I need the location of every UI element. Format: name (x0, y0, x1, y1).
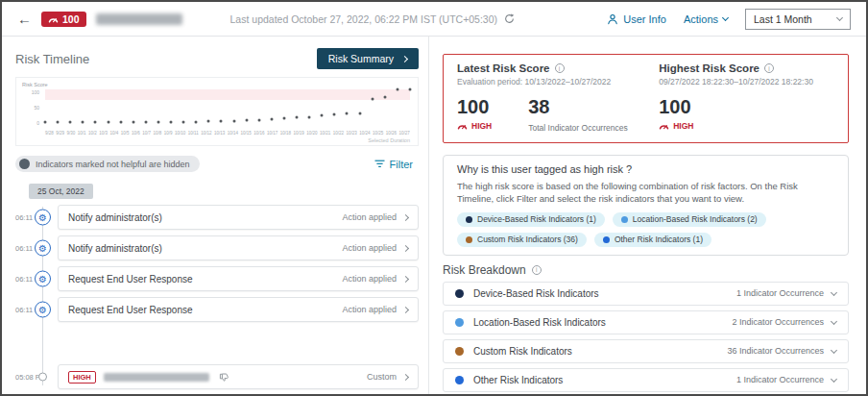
hidden-indicators-notice: Indicators marked not helpful are hidden (15, 156, 200, 172)
risk-factor-legend: Device-Based Risk Indicators (1) Locatio… (457, 212, 834, 247)
info-icon[interactable] (555, 63, 565, 73)
timeline-header: Risk Timeline Risk Summary (15, 48, 419, 69)
risk-score-point (44, 121, 47, 124)
chevron-right-icon (402, 213, 409, 220)
filter-label: Filter (390, 159, 413, 170)
why-body: The high risk score is based on the foll… (457, 180, 834, 206)
total-occurrences-label: Total Indicator Occurrences (528, 123, 627, 133)
legend-pill: Custom Risk Indicators (36) (457, 233, 587, 247)
back-arrow-icon[interactable]: ← (17, 12, 32, 26)
user-info-label: User Info (623, 13, 666, 25)
breakdown-count: 2 Indicator Occurrences (732, 317, 824, 327)
risk-score-point (157, 121, 159, 124)
risk-score-point (119, 121, 122, 124)
risk-score-point (144, 121, 147, 124)
total-occurrences-stat: 38 Total Indicator Occurrences (528, 97, 627, 133)
category-dot (455, 347, 464, 356)
risk-score-point (207, 120, 210, 123)
notice-text: Indicators marked not helpful are hidden (36, 160, 190, 169)
breakdown-row-location[interactable]: Location-Based Risk Indicators 2 Indicat… (443, 310, 849, 334)
action-gear-icon: ⚙ (35, 271, 51, 287)
risk-score-point (321, 113, 324, 116)
event-title: Notify administrator(s) (68, 243, 162, 254)
latest-risk-score-block: Latest Risk Score Evaluation period: 10/… (457, 62, 659, 133)
breakdown-value: 36 Indicator Occurrences (727, 346, 836, 356)
risk-score-summary: Latest Risk Score Evaluation period: 10/… (443, 54, 849, 143)
action-gear-icon: ⚙ (35, 210, 51, 226)
why-title: Why is this user tagged as high risk ? (457, 163, 834, 175)
highest-risk-score-block: Highest Risk Score 09/27/2022 18:22:30–1… (659, 62, 834, 133)
notice-row: Indicators marked not helpful are hidden… (15, 156, 419, 172)
info-icon[interactable] (532, 265, 542, 275)
breakdown-label: Device-Based Risk Indicators (473, 288, 599, 299)
timeline-event: 06:11 PM ⚙ Request End User Response Act… (15, 297, 419, 322)
legend-pill: Device-Based Risk Indicators (1) (457, 212, 605, 227)
feedback-thumb-icon[interactable] (219, 372, 229, 383)
risk-score-point (282, 116, 285, 119)
event-meta-label: Action applied (342, 212, 397, 222)
chart-x-axis: 9/289/299/3010/110/210/310/410/510/610/7… (45, 131, 410, 136)
latest-score-title: Latest Risk Score (457, 62, 550, 74)
chevron-down-icon (831, 376, 837, 383)
risk-score-chart: Risk Score 100500 9/289/299/3010/110/210… (15, 77, 419, 146)
risk-score-point (232, 120, 235, 123)
breakdown-row-other[interactable]: Other Risk Indicators 1 Indicator Occurr… (443, 368, 849, 392)
topbar: ← 100 Last updated October 27, 2022, 06:… (2, 2, 866, 37)
timeline-axis (42, 207, 43, 385)
risk-score-point (94, 121, 97, 124)
event-meta: Action applied (342, 212, 408, 222)
event-title: Notify administrator(s) (68, 212, 162, 223)
risk-score-point (358, 111, 361, 114)
risk-score-point (132, 121, 134, 124)
risk-score-point (383, 95, 386, 98)
legend-dot (603, 236, 610, 243)
redacted-indicator-name (104, 373, 209, 382)
event-meta: Action applied (342, 243, 408, 253)
highest-score-value: 100 (659, 97, 693, 116)
breakdown-label: Other Risk Indicators (473, 375, 563, 385)
info-icon[interactable] (764, 63, 774, 73)
chevron-right-icon (402, 244, 409, 251)
event-timeline: 06:11 PM ⚙ Notify administrator(s) Actio… (15, 205, 419, 389)
risk-summary-button[interactable]: Risk Summary (317, 48, 419, 69)
topbar-right: User Info Actions Last 1 Month (607, 9, 851, 30)
high-risk-chip: HIGH (68, 371, 96, 384)
risk-score-point (107, 121, 109, 124)
breakdown-row-device[interactable]: Device-Based Risk Indicators 1 Indicator… (443, 282, 849, 306)
risk-breakdown-header: Risk Breakdown (443, 263, 849, 277)
risk-gauge-icon (48, 15, 59, 23)
timeline-event: 06:11 PM ⚙ Request End User Response Act… (15, 266, 419, 291)
event-marker-icon (38, 373, 47, 382)
timeline-date-chip: 25 Oct, 2022 (29, 184, 93, 199)
event-card[interactable]: HIGH Custom (58, 364, 419, 389)
filter-link[interactable]: Filter (374, 159, 413, 170)
event-card[interactable]: Notify administrator(s) Action applied (58, 205, 419, 230)
hidden-indicator-icon (19, 159, 30, 169)
time-range-select[interactable]: Last 1 Month (745, 9, 851, 30)
actions-dropdown[interactable]: Actions (684, 13, 728, 25)
legend-label: Location-Based Risk Indicators (2) (633, 214, 758, 224)
latest-score-value: 100 (457, 97, 492, 116)
refresh-icon[interactable] (504, 13, 515, 24)
timeline-event: 05:08 PM HIGH Custom (15, 364, 419, 389)
chevron-down-icon (831, 318, 837, 325)
category-dot (455, 289, 464, 298)
highest-score-stat: 100 HIGH (659, 97, 693, 131)
user-info-link[interactable]: User Info (607, 13, 666, 25)
event-meta: Action applied (342, 305, 408, 314)
event-meta-label: Action applied (342, 243, 397, 253)
chart-y-axis: 100500 (22, 89, 39, 126)
event-card[interactable]: Notify administrator(s) Action applied (58, 235, 419, 260)
last-updated-text: Last updated October 27, 2022, 06:22 PM … (230, 13, 498, 25)
breakdown-row-custom[interactable]: Custom Risk Indicators 36 Indicator Occu… (443, 339, 849, 363)
risk-timeline-panel: Risk Timeline Risk Summary Risk Score 10… (2, 37, 428, 394)
event-card[interactable]: Request End User Response Action applied (58, 266, 419, 291)
risk-gauge-icon (457, 122, 468, 130)
breakdown-count: 1 Indicator Occurrence (736, 375, 824, 384)
highest-score-period: 09/27/2022 18:22:30–10/27/2022 18:22:30 (659, 77, 834, 87)
risk-breakdown-title: Risk Breakdown (443, 263, 526, 277)
event-card[interactable]: Request End User Response Action applied (58, 297, 419, 322)
breakdown-label: Custom Risk Indicators (473, 346, 572, 357)
chevron-right-icon (401, 55, 408, 62)
risk-score-point (346, 111, 349, 114)
